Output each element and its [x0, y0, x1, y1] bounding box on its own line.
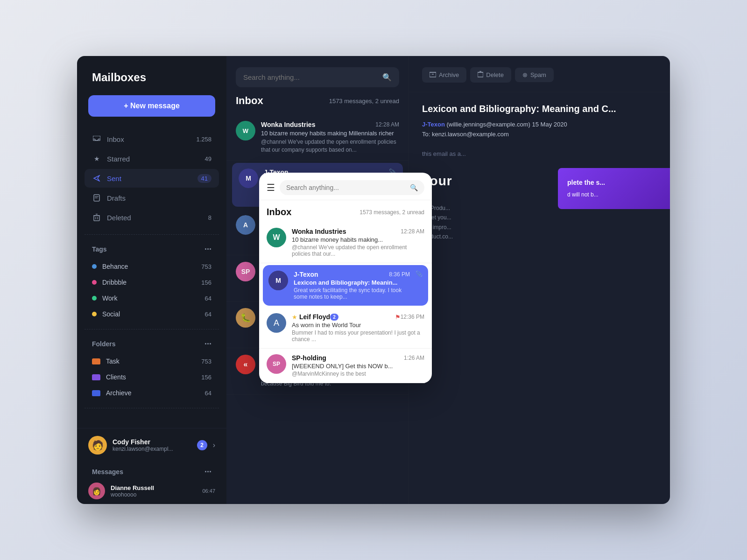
user-info: Cody Fisher kenzi.lawson@exampl...: [113, 438, 191, 452]
wonka-body: Wonka Industries 12:28 AM 10 bizarre mon…: [261, 121, 399, 154]
mobile-sp-avatar: SP: [267, 354, 286, 374]
wonka-time: 12:28 AM: [375, 121, 399, 128]
dianne-name: Dianne Russell: [111, 484, 197, 491]
tag-social[interactable]: Social 64: [85, 307, 219, 322]
mobile-inbox-header: Inbox 1573 messages, 2 unread: [259, 200, 432, 222]
mobile-sp-time: 1:26 AM: [404, 355, 424, 361]
tag-dribbble[interactable]: Dribbble 156: [85, 275, 219, 290]
delete-button[interactable]: Delete: [470, 67, 511, 83]
behance-dot: [92, 264, 97, 269]
mobile-overlay: ☰ 🔍 Inbox 1573 messages, 2 unread W Wonk…: [259, 173, 432, 383]
divider-3: [85, 408, 219, 408]
mobile-inbox-meta: 1573 messages, 2 unread: [359, 209, 424, 216]
mobile-leif-preview: Bummer I had to miss your presentation! …: [292, 329, 424, 343]
inbox-count: 1.258: [196, 136, 211, 143]
task-folder-icon: [92, 358, 100, 364]
messages-more[interactable]: ···: [204, 468, 211, 476]
dribbble-label: Dribbble: [102, 279, 201, 286]
task-count: 753: [201, 358, 211, 365]
inbox-header: Inbox 1573 messages, 2 unread: [226, 95, 409, 114]
svg-rect-0: [93, 136, 100, 140]
new-message-button[interactable]: + New message: [88, 95, 215, 117]
mobile-jtexon-attach-icon: 📎: [416, 271, 423, 277]
folder-clients[interactable]: Clients 156: [85, 370, 219, 385]
user-profile: 🧑 Cody Fisher kenzi.lawson@exampl... 2 ›: [77, 428, 226, 462]
detail-from-email: (willie.jennings@example.com): [447, 121, 530, 128]
mobile-header: ☰ 🔍: [259, 173, 432, 200]
clients-count: 156: [201, 374, 211, 381]
archive-icon: [430, 71, 436, 79]
mobile-menu-icon[interactable]: ☰: [267, 182, 275, 193]
mobile-leif-avatar: A: [267, 313, 286, 333]
sidebar-item-starred[interactable]: ★ Starred 49: [85, 149, 219, 168]
leif-avatar: A: [236, 215, 255, 235]
krusty-avatar: 🐛: [236, 308, 255, 328]
tag-work[interactable]: Work 64: [85, 291, 219, 306]
mobile-wonka-sender: Wonka Industries: [292, 228, 346, 235]
mobile-wonka-avatar: W: [267, 228, 286, 247]
email-item-wonka[interactable]: W Wonka Industries 12:28 AM 10 bizarre m…: [226, 114, 409, 161]
divider-1: [85, 234, 219, 235]
drafts-label: Drafts: [107, 194, 211, 202]
toolbar: Archive Delete ⊗ Spam: [409, 56, 670, 92]
folder-task[interactable]: Task 753: [85, 354, 219, 369]
mobile-email-wonka[interactable]: W Wonka Industries 12:28 AM 10 bizarre m…: [259, 222, 432, 263]
folders-more-button[interactable]: ···: [204, 340, 211, 348]
search-icon: 🔍: [382, 73, 392, 82]
social-count: 64: [205, 311, 211, 318]
social-dot: [92, 312, 97, 316]
dianne-avatar: 👩: [88, 483, 105, 499]
to-label: To:: [422, 131, 432, 138]
search-input[interactable]: [243, 73, 378, 81]
svg-rect-18: [478, 72, 483, 77]
folder-archieve[interactable]: Archieve 64: [85, 385, 219, 400]
david-avatar: «: [236, 355, 255, 374]
sent-count: 41: [197, 174, 211, 183]
work-label: Work: [102, 294, 205, 302]
email-detail: Lexicon and Bibliography: Meaning and C.…: [409, 92, 670, 504]
mobile-sp-subject: [WEEKEND ONLY] Get this NOW b...: [292, 363, 424, 370]
drafts-icon: [92, 193, 101, 203]
sidebar-item-sent[interactable]: Sent 41: [85, 169, 219, 188]
search-bar[interactable]: 🔍: [236, 67, 399, 87]
mobile-search-icon: 🔍: [410, 184, 418, 191]
detail-meta: J-Texon (willie.jennings@example.com) 15…: [422, 120, 657, 140]
wonka-sender: Wonka Industries: [261, 121, 315, 128]
mobile-email-leif[interactable]: A ★ Leif Floyd 2 ⚑ 12:36 PM As worn in t…: [259, 308, 432, 349]
sent-label: Sent: [107, 175, 197, 182]
mobile-search-input[interactable]: [286, 184, 406, 191]
tags-more-button[interactable]: ···: [204, 245, 211, 253]
mobile-leif-sender: Leif Floyd: [299, 313, 330, 321]
dianne-preview: woohoooo: [111, 491, 197, 498]
delete-label: Delete: [486, 71, 504, 78]
archieve-count: 64: [205, 390, 211, 397]
mobile-wonka-time: 12:28 AM: [401, 228, 424, 235]
tag-behance[interactable]: Behance 753: [85, 259, 219, 274]
message-preview-dianne[interactable]: 👩 Dianne Russell woohoooo 06:47: [77, 478, 226, 504]
sidebar: Mailboxes + New message Inbox 1.258 ★ St…: [77, 56, 226, 504]
work-count: 64: [205, 295, 211, 302]
user-arrow-icon[interactable]: ›: [213, 441, 215, 449]
detail-from-name: J-Texon: [422, 121, 445, 128]
mobile-leif-badge: 2: [330, 314, 338, 321]
spam-button[interactable]: ⊗ Spam: [515, 68, 554, 82]
starred-label: Starred: [107, 155, 205, 163]
mobile-email-sp[interactable]: SP SP-holding 1:26 AM [WEEKEND ONLY] Get…: [259, 349, 432, 383]
sidebar-item-deleted[interactable]: Deleted 8: [85, 208, 219, 227]
sidebar-item-drafts[interactable]: Drafts: [85, 189, 219, 207]
sidebar-item-inbox[interactable]: Inbox 1.258: [85, 130, 219, 148]
promo-banner: plete the s... d will not b...: [558, 168, 670, 209]
mobile-wonka-preview: @channel We've updated the open enrollme…: [292, 244, 424, 257]
archive-button[interactable]: Archive: [422, 67, 466, 83]
nav-list: Inbox 1.258 ★ Starred 49 Sent 41: [77, 130, 226, 228]
user-email: kenzi.lawson@exampl...: [113, 446, 191, 452]
mobile-email-jtexon[interactable]: M J-Texon 8:36 PM Lexicon and Bibliograp…: [263, 265, 428, 306]
delete-icon: [478, 71, 483, 79]
dribbble-count: 156: [201, 279, 211, 286]
behance-count: 753: [201, 263, 211, 270]
mobile-search-bar[interactable]: 🔍: [280, 180, 424, 195]
user-name: Cody Fisher: [113, 438, 191, 446]
mobile-leif-time: 12:36 PM: [401, 314, 424, 320]
detail-date: 15 May 2020: [532, 121, 567, 128]
email-detail-panel: Archive Delete ⊗ Spam Lexicon and Biblio…: [409, 56, 670, 504]
